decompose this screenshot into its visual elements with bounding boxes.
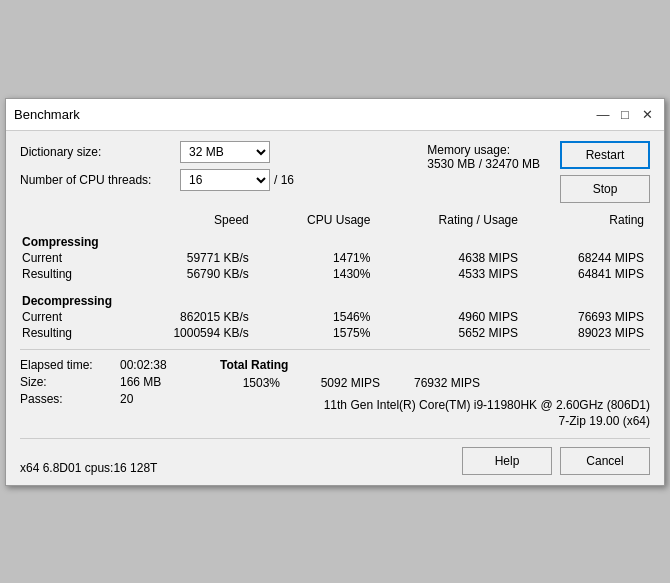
benchmark-window: Benchmark — □ ✕ Dictionary size: 32 MB 6…: [5, 98, 665, 486]
right-ratings: Total Rating 1503% 5092 MIPS 76932 MIPS …: [220, 358, 650, 430]
decomp-current-label: Current: [20, 309, 114, 325]
elapsed-label: Elapsed time:: [20, 358, 120, 372]
memory-label: Memory usage:: [427, 143, 540, 157]
total-cpu-pct: 1503%: [220, 376, 280, 390]
window-title: Benchmark: [14, 107, 80, 122]
size-row: Size: 166 MB: [20, 375, 220, 389]
total-rating-label: Total Rating: [220, 358, 650, 372]
decomp-resulting-cpu: 1575%: [255, 325, 377, 341]
restart-button[interactable]: Restart: [560, 141, 650, 169]
comp-resulting-label: Resulting: [20, 266, 114, 282]
left-controls: Dictionary size: 32 MB 64 MB 128 MB Numb…: [20, 141, 407, 197]
decomp-current-cpu: 1546%: [255, 309, 377, 325]
window-controls: — □ ✕: [594, 105, 656, 123]
maximize-button[interactable]: □: [616, 105, 634, 123]
passes-label: Passes:: [20, 392, 120, 406]
elapsed-value: 00:02:38: [120, 358, 167, 372]
decompressing-resulting-row: Resulting 1000594 KB/s 1575% 5652 MIPS 8…: [20, 325, 650, 341]
dict-size-row: Dictionary size: 32 MB 64 MB 128 MB: [20, 141, 407, 163]
col-header-label: [20, 211, 114, 229]
col-header-cpu: CPU Usage: [255, 211, 377, 229]
comp-current-rating: 68244 MIPS: [524, 250, 650, 266]
col-header-rating-usage: Rating / Usage: [376, 211, 524, 229]
comp-resulting-cpu: 1430%: [255, 266, 377, 282]
size-label: Size:: [20, 375, 120, 389]
decomp-resulting-rating: 89023 MIPS: [524, 325, 650, 341]
total-mips2: 76932 MIPS: [400, 376, 480, 390]
compressing-resulting-row: Resulting 56790 KB/s 1430% 4533 MIPS 648…: [20, 266, 650, 282]
left-stats: Elapsed time: 00:02:38 Size: 166 MB Pass…: [20, 358, 220, 430]
passes-value: 20: [120, 392, 133, 406]
comp-current-speed: 59771 KB/s: [114, 250, 255, 266]
comp-resulting-rating-usage: 4533 MIPS: [376, 266, 524, 282]
compressing-header-row: Compressing: [20, 229, 650, 250]
cpu-info-line2: 7-Zip 19.00 (x64): [220, 414, 650, 428]
col-header-rating: Rating: [524, 211, 650, 229]
threads-label: Number of CPU threads:: [20, 173, 180, 187]
decompressing-current-row: Current 862015 KB/s 1546% 4960 MIPS 7669…: [20, 309, 650, 325]
decompressing-header-row: Decompressing: [20, 288, 650, 309]
rating-values-row: 1503% 5092 MIPS 76932 MIPS: [220, 376, 650, 390]
table-header-row: Speed CPU Usage Rating / Usage Rating: [20, 211, 650, 229]
main-content: Dictionary size: 32 MB 64 MB 128 MB Numb…: [6, 131, 664, 485]
compressing-section-label: Compressing: [20, 229, 650, 250]
decomp-current-speed: 862015 KB/s: [114, 309, 255, 325]
decomp-current-rating-usage: 4960 MIPS: [376, 309, 524, 325]
titlebar: Benchmark — □ ✕: [6, 99, 664, 131]
footer: x64 6.8D01 cpus:16 128T Help Cancel: [20, 438, 650, 475]
decomp-resulting-rating-usage: 5652 MIPS: [376, 325, 524, 341]
threads-suffix: / 16: [274, 173, 294, 187]
comp-resulting-speed: 56790 KB/s: [114, 266, 255, 282]
comp-current-rating-usage: 4638 MIPS: [376, 250, 524, 266]
minimize-button[interactable]: —: [594, 105, 612, 123]
passes-row: Passes: 20: [20, 392, 220, 406]
threads-select[interactable]: 16 8 4: [180, 169, 270, 191]
comp-resulting-rating: 64841 MIPS: [524, 266, 650, 282]
build-info: x64 6.8D01 cpus:16 128T: [20, 461, 157, 475]
stop-button[interactable]: Stop: [560, 175, 650, 203]
comp-current-label: Current: [20, 250, 114, 266]
size-value: 166 MB: [120, 375, 161, 389]
memory-block: Memory usage: 3530 MB / 32470 MB: [427, 143, 540, 171]
benchmark-table: Speed CPU Usage Rating / Usage Rating Co…: [20, 211, 650, 341]
cpu-info-line1: 11th Gen Intel(R) Core(TM) i9-11980HK @ …: [220, 398, 650, 412]
bottom-section: Elapsed time: 00:02:38 Size: 166 MB Pass…: [20, 349, 650, 430]
total-mips1: 5092 MIPS: [300, 376, 380, 390]
decompressing-section-label: Decompressing: [20, 288, 650, 309]
decomp-resulting-label: Resulting: [20, 325, 114, 341]
action-buttons: Restart Stop: [560, 141, 650, 203]
help-button[interactable]: Help: [462, 447, 552, 475]
decomp-current-rating: 76693 MIPS: [524, 309, 650, 325]
threads-row: Number of CPU threads: 16 8 4 / 16: [20, 169, 407, 191]
dict-size-label: Dictionary size:: [20, 145, 180, 159]
close-button[interactable]: ✕: [638, 105, 656, 123]
cancel-button[interactable]: Cancel: [560, 447, 650, 475]
decomp-resulting-speed: 1000594 KB/s: [114, 325, 255, 341]
dict-size-select[interactable]: 32 MB 64 MB 128 MB: [180, 141, 270, 163]
footer-buttons: Help Cancel: [462, 447, 650, 475]
memory-value: 3530 MB / 32470 MB: [427, 157, 540, 171]
top-controls-row: Dictionary size: 32 MB 64 MB 128 MB Numb…: [20, 141, 650, 203]
compressing-current-row: Current 59771 KB/s 1471% 4638 MIPS 68244…: [20, 250, 650, 266]
elapsed-row: Elapsed time: 00:02:38: [20, 358, 220, 372]
comp-current-cpu: 1471%: [255, 250, 377, 266]
col-header-speed: Speed: [114, 211, 255, 229]
